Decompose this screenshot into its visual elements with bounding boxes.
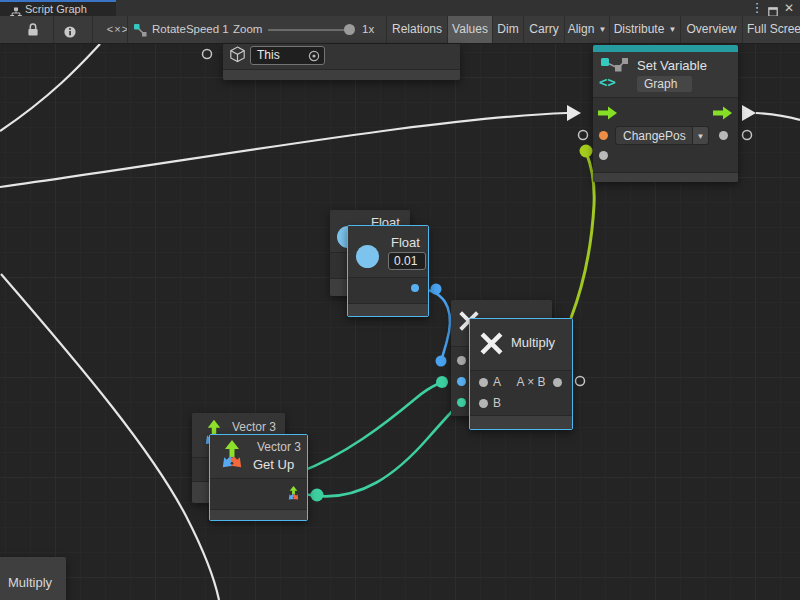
float-type-icon [356,245,379,268]
this-object-field[interactable]: This [250,46,325,65]
wire-ball-lime [580,145,593,158]
node-title: Vector 3 [257,440,301,454]
variable-name-dropdown-caret[interactable]: ▼ [693,126,709,145]
float-value-field[interactable]: 0.01 [388,252,426,270]
multiply-x-icon [478,330,505,361]
port-result[interactable] [553,378,562,387]
close-icon[interactable]: ✕ [782,0,796,16]
node-title: Vector 3 [232,420,276,434]
graph-toolbar: <×> RotateSpeed 1 Zoom 1x Relations Valu… [0,16,800,44]
port-circle-setvar-right[interactable] [743,131,752,140]
node-float-front[interactable]: Float 0.01 [347,225,429,317]
node-subtitle: Get Up [253,457,294,472]
exec-output-arrow[interactable] [713,106,733,124]
port-input-b[interactable] [457,377,466,386]
gameobject-cube-icon [229,46,246,67]
graph-breadcrumb-icon [133,23,147,41]
node-title: Multiply [511,335,555,350]
zoom-slider-handle[interactable] [344,24,355,35]
wire-ball-blue-start [431,284,442,295]
toolbar-button-carry[interactable]: Carry [524,16,564,43]
wire-exec-offscreen-top[interactable] [0,44,100,131]
toolbar-button-relations[interactable]: Relations [387,16,447,43]
wire-ball-teal-lower [311,489,324,502]
svg-text:<>: <> [599,74,616,90]
variable-name-dropdown[interactable]: ChangePos [615,126,693,145]
exec-arrowhead-in [567,105,581,121]
port-variable-name[interactable] [599,131,608,140]
tab-script-graph[interactable]: Script Graph [0,0,116,16]
output-label: A × B [510,375,552,389]
zoom-value: 1x [362,16,374,43]
port-input-value[interactable] [599,151,608,160]
toolbar-button-distribute[interactable]: Distribute▼ [610,16,680,43]
wire-multiply-result[interactable] [571,152,594,318]
info-icon[interactable] [64,24,76,42]
wire-ball-teal-upper [436,376,448,388]
port-b[interactable] [479,399,488,408]
lock-icon[interactable] [27,23,39,41]
graph-breadcrumb[interactable]: RotateSpeed 1 [152,16,229,43]
toolbar-button-dim[interactable]: Dim [493,16,523,43]
graph-canvas[interactable]: This <> Set Variable Graph [0,44,800,600]
exec-arrowhead-out [742,105,756,121]
node-title: Multiply [8,575,52,590]
exec-input-arrow[interactable] [598,106,618,124]
caret-down-icon: ▼ [697,132,705,141]
set-variable-accent-bar [593,45,738,52]
tab-label: Script Graph [25,2,87,16]
set-variable-graph-icon: <> [599,56,630,94]
port-output-value[interactable] [719,131,728,140]
port-a[interactable] [479,378,488,387]
vector3-arrows-icon [214,437,250,479]
caret-down-icon: ▼ [668,25,676,34]
toolbar-button-align[interactable]: Align▼ [565,16,609,43]
caret-down-icon: ▼ [598,25,606,34]
object-picker-icon[interactable] [308,50,320,67]
port-circle-multiply-out[interactable] [576,377,585,386]
toolbar-button-values[interactable]: Values [448,16,492,43]
code-view-icon[interactable]: <×> [100,16,136,43]
wire-exec-in[interactable] [0,113,567,187]
port-a-label: A [493,375,501,389]
toolbar-button-overview[interactable]: Overview [681,16,742,43]
wire-vector3-upper[interactable] [300,382,442,472]
node-multiply-front[interactable]: Multiply A A × B B [469,318,573,430]
wire-vector3-lower[interactable] [304,402,461,496]
wire-exec-out[interactable] [756,113,800,120]
variable-scope-dropdown[interactable]: Graph ▼ [637,76,692,92]
wire-exec-diagonal[interactable] [1,274,219,600]
node-title: Set Variable [637,58,707,73]
node-multiply-corner[interactable]: Multiply [0,557,66,600]
node-vector3-get-up[interactable]: Vector 3 Get Up [209,434,308,521]
port-input-a[interactable] [457,356,466,365]
node-set-variable[interactable]: <> Set Variable Graph ▼ ChangePos ▼ [593,45,738,182]
node-title: Float [391,235,420,250]
port-circle-this[interactable] [203,50,212,59]
node-this[interactable]: This [223,44,460,80]
kebab-menu-icon[interactable]: ⋮ [750,0,764,16]
port-circle-setvar-left[interactable] [579,131,588,140]
port-vector3-output-icon[interactable] [285,485,302,507]
toolbar-button-fullscreen[interactable]: Full Screen [743,16,800,43]
script-graph-window: Script Graph ⋮ ✕ <×> RotateSpeed 1 Zoom … [0,0,800,600]
wire-ball-blue-end [436,356,447,367]
zoom-slider[interactable] [268,29,354,31]
port-float-output[interactable] [411,284,419,292]
zoom-label: Zoom [233,16,262,43]
port-b-label: B [493,396,501,410]
port-input-c[interactable] [457,398,466,407]
title-bar: Script Graph ⋮ ✕ [0,0,800,16]
